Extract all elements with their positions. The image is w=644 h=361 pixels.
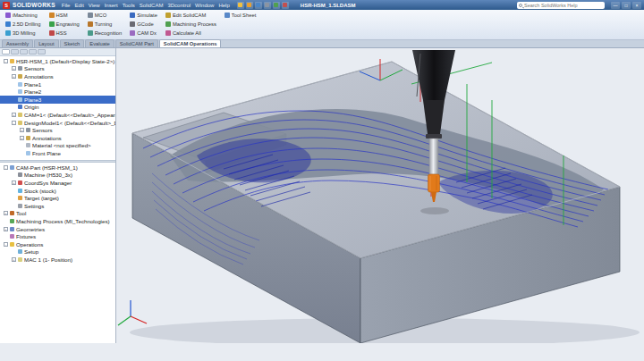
expand-icon[interactable]: + [12, 74, 16, 79]
feature-tree-item[interactable]: Origin [0, 104, 115, 112]
expand-icon[interactable]: - [4, 242, 8, 247]
expand-icon[interactable]: - [4, 59, 8, 63]
expand-icon[interactable] [12, 196, 16, 200]
expand-icon[interactable]: + [4, 227, 8, 231]
cam-tree-item[interactable]: + CoordSys Manager [0, 179, 115, 187]
menu-item[interactable]: Edit [74, 3, 83, 8]
menu-item[interactable]: File [62, 3, 71, 8]
expand-icon[interactable]: - [12, 121, 16, 125]
expand-icon[interactable]: + [12, 257, 16, 262]
expand-icon[interactable] [20, 151, 24, 155]
expand-icon[interactable] [20, 143, 24, 147]
cam-tree-item[interactable]: + Tool [0, 210, 115, 218]
menu-item[interactable]: Window [195, 3, 214, 8]
search-input[interactable] [524, 3, 603, 8]
cam-tree-item[interactable]: Settings [0, 202, 115, 210]
graphics-viewport[interactable]: ⌂□◯▤◇●▣▦ [116, 48, 644, 343]
save-icon[interactable] [255, 2, 262, 9]
undo-icon[interactable] [273, 2, 280, 9]
cam-tree-item[interactable]: Target (target) [0, 194, 115, 202]
feature-tree-item[interactable]: Front Plane [0, 149, 115, 157]
ribbon-button[interactable]: Simulate [127, 11, 160, 20]
expand-icon[interactable]: + [4, 211, 8, 215]
dimxpert-tab[interactable] [29, 49, 37, 55]
cam-tree-item[interactable]: - CAM-Part (HSR-HSM_1) [0, 164, 115, 172]
expand-icon[interactable] [12, 204, 16, 208]
cam-tree-item[interactable]: + MAC 1 (1- Position) [0, 256, 115, 264]
feature-tree-item[interactable]: Plane1 [0, 80, 115, 88]
ribbon-button[interactable]: Calculate All [163, 29, 219, 38]
window-control-button[interactable]: × [632, 2, 641, 9]
menu-item[interactable]: Insert [105, 3, 118, 8]
command-tab[interactable]: SolidCAM Operations [159, 39, 222, 47]
command-tab[interactable]: Layout [34, 39, 58, 47]
menu-item[interactable]: Help [218, 3, 229, 8]
display-manager-tab[interactable] [38, 49, 46, 55]
window-control-button[interactable]: — [611, 2, 620, 9]
cam-tree-item[interactable]: + Geometries [0, 225, 115, 233]
expand-icon[interactable]: + [20, 136, 24, 140]
rebuild-icon[interactable] [282, 2, 289, 9]
ribbon-button[interactable]: 3D Milling [3, 29, 44, 38]
print-icon[interactable] [264, 2, 271, 9]
feature-tree-item[interactable]: - DesignModel1< (Default<<Default>_Displ… [0, 119, 115, 127]
ribbon-button[interactable]: Turning [85, 20, 125, 29]
cam-tree-item[interactable]: Machine (H530_3x) [0, 172, 115, 180]
ribbon-button[interactable]: 2.5D Drilling [3, 20, 44, 29]
window-control-button[interactable]: □ [622, 2, 631, 9]
expand-icon[interactable] [4, 219, 8, 223]
cam-tree-item[interactable]: Stock (stock) [0, 187, 115, 195]
feature-tree-item[interactable]: + Annotations [0, 72, 115, 80]
feature-tree-tab[interactable] [2, 49, 10, 55]
feature-tree-item[interactable]: + Annotations [0, 134, 115, 142]
ribbon-button[interactable]: Engraving [47, 20, 82, 29]
ribbon-button[interactable]: CAM Dx [127, 29, 160, 38]
ribbon-button[interactable]: Tool Sheet [222, 11, 258, 20]
new-icon[interactable] [237, 2, 244, 9]
cam-tree-item[interactable]: Machining Process (MI_Technologies) [0, 217, 115, 225]
property-manager-tab[interactable] [11, 49, 19, 55]
search-box[interactable] [517, 2, 605, 9]
configuration-tab[interactable] [20, 49, 28, 55]
ribbon-button[interactable]: Edit SolidCAM [163, 11, 219, 20]
command-tab[interactable]: Evaluate [85, 39, 114, 47]
expand-icon[interactable] [12, 105, 16, 109]
expand-icon[interactable] [12, 82, 16, 87]
feature-tree-item[interactable]: - HSR-HSM_1 (Default<Display State-2>) [0, 57, 115, 65]
expand-icon[interactable]: + [12, 66, 16, 71]
expand-icon[interactable] [12, 172, 16, 177]
expand-icon[interactable] [12, 89, 16, 94]
menu-item[interactable]: SolidCAM [140, 3, 164, 8]
feature-tree-item[interactable]: Plane3 [0, 96, 115, 104]
ribbon-button[interactable]: Machining Process [163, 20, 219, 29]
expand-icon[interactable] [12, 97, 16, 102]
expand-icon[interactable] [4, 234, 8, 239]
command-tab[interactable]: Assembly [2, 39, 33, 47]
feature-tree-item[interactable]: + Sensors [0, 126, 115, 134]
expand-icon[interactable] [12, 249, 16, 254]
command-tab[interactable]: SolidCAM Part [115, 39, 158, 47]
expand-icon[interactable] [12, 189, 16, 193]
menu-item[interactable]: Tools [123, 3, 135, 8]
feature-tree-item[interactable]: + Sensors [0, 65, 115, 73]
expand-icon[interactable]: + [20, 128, 24, 132]
ribbon-button[interactable]: Recognition [85, 29, 125, 38]
feature-tree-item[interactable]: Material <not specified> [0, 142, 115, 150]
cam-tree-item[interactable]: Setup [0, 248, 115, 256]
expand-icon[interactable]: - [4, 165, 8, 170]
open-icon[interactable] [246, 2, 253, 9]
menu-item[interactable]: 3Dcontrol [167, 3, 191, 8]
feature-tree-item[interactable]: Plane2 [0, 88, 115, 96]
ribbon-button[interactable]: HSS [47, 29, 82, 38]
command-tab[interactable]: Sketch [60, 39, 85, 47]
ribbon-button[interactable]: HSM [47, 11, 82, 20]
cam-tree-item[interactable]: Fixtures [0, 232, 115, 240]
menu-item[interactable]: View [89, 3, 100, 8]
cam-tree-item[interactable]: - Operations [0, 240, 115, 248]
ribbon-button[interactable]: iMachining [3, 11, 44, 20]
ribbon-button[interactable]: MCO [85, 11, 125, 20]
expand-icon[interactable]: + [12, 180, 16, 185]
ribbon-button[interactable]: GCode [127, 20, 160, 29]
feature-tree-item[interactable]: + CAM=1< (Default<<Default>_Appearance D… [0, 111, 115, 119]
expand-icon[interactable]: + [12, 113, 16, 117]
